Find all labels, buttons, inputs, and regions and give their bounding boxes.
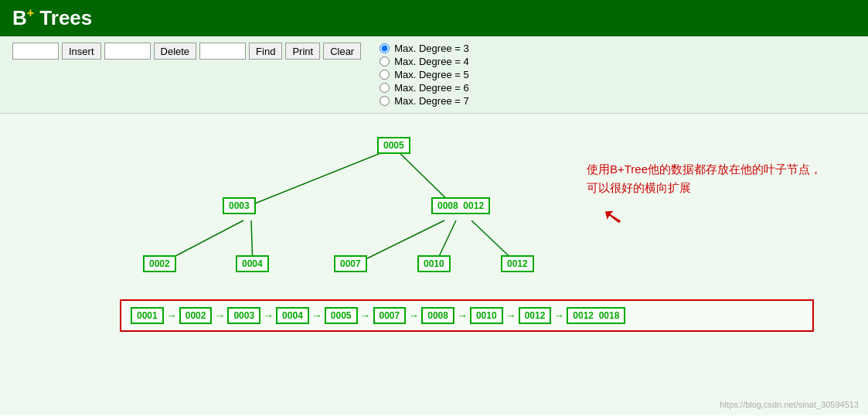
app-header: B+ Trees: [0, 0, 868, 36]
radio-item-5[interactable]: Max. Degree = 5: [380, 69, 468, 80]
arrow-1: →: [166, 309, 177, 322]
leaf-0003: 0003: [227, 307, 260, 324]
find-button[interactable]: Find: [249, 43, 282, 60]
leaf-0008: 0008: [421, 307, 454, 324]
leaf-0001: 0001: [131, 307, 164, 324]
node-n6: 0010: [417, 255, 451, 272]
leaf-0005: 0005: [325, 307, 358, 324]
radio-item-7[interactable]: Max. Degree = 7: [380, 95, 468, 107]
delete-group: Delete: [104, 43, 197, 60]
find-group: Find: [199, 43, 282, 60]
radio-item-6[interactable]: Max. Degree = 6: [380, 82, 468, 94]
radio-degree-6[interactable]: [380, 83, 390, 93]
app-title: B+ Trees: [12, 6, 92, 30]
arrow-4: →: [311, 309, 322, 322]
node-n5: 0007: [334, 255, 367, 272]
insert-input[interactable]: [12, 43, 59, 60]
arrow-3: →: [263, 309, 274, 322]
radio-item-3[interactable]: Max. Degree = 3: [380, 43, 468, 54]
leaf-0004: 0004: [276, 307, 309, 324]
leaf-0012: 0012: [519, 307, 552, 324]
radio-degree-7[interactable]: [380, 96, 390, 106]
node-root: 0005: [377, 137, 410, 154]
insert-button[interactable]: Insert: [62, 43, 101, 60]
arrow-6: →: [408, 309, 419, 322]
node-n3: 0002: [143, 255, 176, 272]
find-input[interactable]: [199, 43, 246, 60]
leaf-0012-0018: 0012 0018: [567, 307, 625, 324]
clear-button[interactable]: Clear: [323, 43, 361, 60]
node-n2: 0008 0012: [431, 197, 490, 214]
radio-item-4[interactable]: Max. Degree = 4: [380, 56, 468, 67]
delete-input[interactable]: [104, 43, 151, 60]
node-n7: 0012: [501, 255, 534, 272]
delete-button[interactable]: Delete: [154, 43, 197, 60]
annotation-line1: 使用B+Tree他的数据都存放在他的叶子节点，: [587, 162, 822, 176]
clear-group: Clear: [323, 43, 361, 60]
controls-bar: Insert Delete Find Print Clear Max. Degr…: [0, 36, 868, 114]
svg-line-0: [243, 148, 394, 208]
leaf-row: 0001 → 0002 → 0003 → 0004 → 0005 → 0007 …: [120, 299, 814, 332]
annotation-text: 使用B+Tree他的数据都存放在他的叶子节点， 可以很好的横向扩展 ➘: [587, 160, 822, 236]
annotation-line2: 可以很好的横向扩展: [587, 181, 691, 194]
arrow-2: →: [214, 309, 225, 322]
node-n1: 0003: [223, 197, 256, 214]
leaf-0002: 0002: [179, 307, 213, 324]
arrow-8: →: [505, 309, 516, 322]
radio-degree-5[interactable]: [380, 70, 390, 80]
radio-degree-4[interactable]: [380, 56, 390, 67]
annotation-arrow-icon: ➘: [599, 196, 626, 238]
arrow-5: →: [360, 309, 371, 322]
arrow-7: →: [457, 309, 468, 322]
leaf-0010: 0010: [470, 307, 503, 324]
print-group: Print: [285, 43, 320, 60]
tree-canvas: 0005 0003 0008 0012 0002 0004 0007 0010 …: [0, 114, 868, 415]
node-n4: 0004: [236, 255, 269, 272]
watermark: https://blog.csdn.net/sinat_30594513: [720, 400, 859, 409]
radio-degree-3[interactable]: [380, 43, 390, 53]
degree-radio-group: Max. Degree = 3 Max. Degree = 4 Max. Deg…: [380, 43, 468, 107]
title-superscript: +: [27, 6, 34, 19]
arrow-9: →: [553, 309, 564, 322]
leaf-0007: 0007: [373, 307, 407, 324]
print-button[interactable]: Print: [285, 43, 320, 60]
insert-group: Insert: [12, 43, 101, 60]
